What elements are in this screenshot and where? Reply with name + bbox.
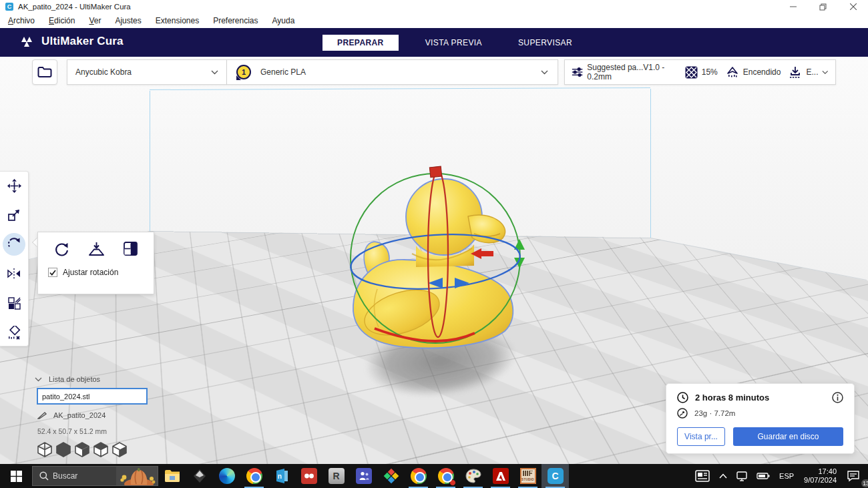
menu-ver[interactable]: Ver xyxy=(89,16,101,25)
duck-model-canvas[interactable] xyxy=(337,152,537,367)
info-icon[interactable] xyxy=(832,392,843,403)
taskbar-clock[interactable]: 17:40 9/07/2024 xyxy=(799,467,842,485)
taskbar-studio[interactable]: STUDIO xyxy=(514,464,541,488)
taskbar-search-box[interactable]: Buscar xyxy=(32,466,158,486)
object-name-input[interactable] xyxy=(37,388,148,405)
taskbar-file-explorer[interactable] xyxy=(158,464,186,488)
taskbar-paint-palette[interactable] xyxy=(459,464,487,488)
check-icon xyxy=(49,270,56,276)
view-front-button[interactable] xyxy=(55,442,71,457)
news-widget-button[interactable] xyxy=(690,464,714,488)
gizmo-red-handle[interactable] xyxy=(429,166,441,178)
taskbar-colored-cubes[interactable] xyxy=(377,464,405,488)
camera-view-buttons xyxy=(37,442,127,457)
clock-date: 9/07/2024 xyxy=(804,476,837,485)
mirror-tool-button[interactable] xyxy=(3,262,25,285)
support-blocker-icon xyxy=(7,326,21,340)
preview-button[interactable]: Vista pr... xyxy=(677,427,725,446)
object-dimensions: 52.4 x 50.7 x 51.2 mm xyxy=(37,427,107,435)
view-left-icon xyxy=(93,442,108,457)
extruder-number: 1 xyxy=(242,68,246,76)
adobe-icon xyxy=(493,468,509,484)
support-blocker-button[interactable] xyxy=(3,321,25,344)
menu-edicion[interactable]: Edición xyxy=(49,16,75,25)
windows-logo-icon xyxy=(11,471,22,482)
taskbar-cura-active[interactable]: C xyxy=(541,464,569,488)
tab-supervisar[interactable]: SUPERVISAR xyxy=(509,35,582,51)
start-button[interactable] xyxy=(0,464,32,488)
menu-ajustes[interactable]: Ajustes xyxy=(115,16,141,25)
taskbar-adobe[interactable] xyxy=(487,464,514,488)
ultimaker-logo-icon xyxy=(20,35,36,47)
taskbar-chrome-2[interactable] xyxy=(405,464,432,488)
windows-taskbar: Buscar n xyxy=(0,464,868,488)
menu-extensiones[interactable]: Extensiones xyxy=(156,16,199,25)
material-selector[interactable]: 1 Generic PLA xyxy=(227,59,558,85)
view-top-button[interactable] xyxy=(74,442,89,457)
rotate-icon xyxy=(7,237,21,252)
tab-vista-previa[interactable]: VISTA PREVIA xyxy=(416,35,491,51)
taskbar-chrome-3[interactable] xyxy=(432,464,459,488)
restore-button[interactable] xyxy=(808,0,838,13)
onenote-icon: n xyxy=(274,468,289,484)
search-placeholder: Buscar xyxy=(53,471,77,481)
align-face-icon[interactable] xyxy=(124,242,138,256)
studio-label: STUDIO xyxy=(521,478,534,481)
search-highlight-image xyxy=(116,467,158,486)
tab-preparar[interactable]: PREPARAR xyxy=(322,35,399,51)
taskbar-teams[interactable] xyxy=(350,464,377,488)
scale-tool-button[interactable] xyxy=(3,204,25,226)
view-left-button[interactable] xyxy=(93,442,108,457)
chrome-icon xyxy=(411,468,427,484)
view-3d-button[interactable] xyxy=(37,442,52,457)
taskbar-chrome-1[interactable] xyxy=(240,464,268,488)
print-time-estimate: 2 horas 8 minutos xyxy=(695,393,769,403)
display-icon xyxy=(736,471,747,481)
gizmo-red-arrow[interactable] xyxy=(471,248,493,259)
minimize-button[interactable] xyxy=(778,0,808,13)
chrome-icon xyxy=(246,468,262,484)
build-volume-top-edge xyxy=(150,87,650,90)
taskbar-edge[interactable] xyxy=(213,464,240,488)
red-app-icon xyxy=(301,468,317,484)
open-file-button[interactable] xyxy=(32,59,57,85)
object-list-header[interactable]: Lista de objetos xyxy=(35,375,100,383)
colored-cubes-icon xyxy=(383,468,399,484)
language-indicator[interactable]: ESP xyxy=(775,464,799,488)
save-to-disk-button[interactable]: Guardar en disco xyxy=(733,427,843,446)
menu-preferencias[interactable]: Preferencias xyxy=(213,16,258,25)
snap-rotation-label: Ajustar rotación xyxy=(63,268,118,277)
view-right-button[interactable] xyxy=(112,442,127,457)
tray-expand-button[interactable] xyxy=(714,464,732,488)
cura-icon: C xyxy=(548,468,564,484)
reset-rotation-icon[interactable] xyxy=(54,242,69,257)
support-value: Encendido xyxy=(743,67,781,77)
extruder-1-icon: 1 xyxy=(236,65,251,79)
per-model-settings-button[interactable] xyxy=(3,292,25,314)
chevron-up-icon xyxy=(719,473,727,479)
taskbar-inkscape[interactable] xyxy=(186,464,213,488)
view-3d-icon xyxy=(37,442,52,457)
tray-display-button[interactable] xyxy=(732,464,752,488)
taskbar-onenote[interactable]: n xyxy=(268,464,295,488)
object-list-item[interactable]: AK_patito_2024 xyxy=(37,411,105,419)
print-settings-selector[interactable]: Suggested pa...V1.0 - 0.2mm 15% Encendid… xyxy=(564,59,836,85)
infill-value: 15% xyxy=(702,67,718,77)
menu-archivo[interactable]: Archivo xyxy=(8,16,35,25)
lay-flat-icon[interactable] xyxy=(88,242,105,257)
adhesion-value: E... xyxy=(806,67,818,77)
menu-ayuda[interactable]: Ayuda xyxy=(272,16,295,25)
move-tool-button[interactable] xyxy=(3,174,25,197)
battery-icon xyxy=(756,472,770,480)
tool-panel xyxy=(0,171,29,346)
sliders-icon xyxy=(572,67,583,77)
close-button[interactable] xyxy=(838,0,868,13)
tray-battery-button[interactable] xyxy=(752,464,775,488)
notification-center-button[interactable]: 13 xyxy=(842,464,868,488)
taskbar-r-app[interactable]: R xyxy=(322,464,350,488)
viewport-3d[interactable]: Anycubic Kobra 1 Generic PLA Suggested p… xyxy=(0,57,868,464)
printer-selector[interactable]: Anycubic Kobra xyxy=(67,59,227,85)
taskbar-red-app[interactable] xyxy=(295,464,322,488)
rotate-tool-button[interactable] xyxy=(3,233,25,256)
snap-rotation-checkbox[interactable] xyxy=(48,268,57,277)
